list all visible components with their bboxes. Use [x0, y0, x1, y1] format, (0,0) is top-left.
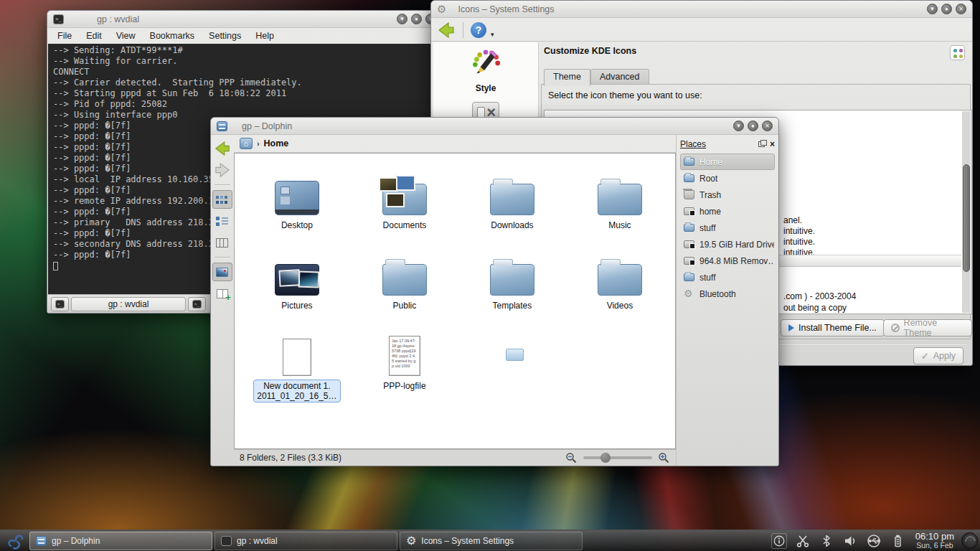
close-button[interactable]: ✕	[956, 4, 966, 14]
home-icon[interactable]: ⌂	[240, 138, 253, 149]
status-bar: 8 Folders, 2 Files (3.3 KiB)	[234, 449, 676, 466]
file-item[interactable]: Jan 17 09:47:18 gp-Aspire-5738 pppd[1946…	[351, 323, 458, 403]
terminal-line: --> Waiting for carrier.	[53, 56, 436, 67]
file-icon	[275, 181, 319, 215]
menu-item[interactable]: Settings	[209, 31, 241, 41]
info-icon[interactable]	[771, 533, 787, 549]
place-label: Bluetooth	[699, 289, 736, 299]
scrollbar-thumb[interactable]	[963, 164, 970, 272]
app-launcher-button[interactable]	[2, 531, 29, 551]
close-button[interactable]: ✕	[762, 121, 773, 131]
minimize-button[interactable]: ▼	[733, 121, 744, 131]
terminal-tab[interactable]: gp : wvdial	[71, 297, 186, 311]
folder-view[interactable]: Desktop Docume	[234, 153, 676, 449]
zoom-in-icon[interactable]	[658, 452, 670, 464]
settings-titlebar[interactable]: ⚙ Icons – System Settings ▼ ● ✕	[431, 1, 972, 18]
minimize-button[interactable]: ▼	[927, 4, 938, 14]
columns-view-button[interactable]	[212, 233, 232, 252]
maximize-button[interactable]: ●	[411, 14, 422, 24]
apply-button[interactable]: ✓ Apply	[913, 347, 963, 364]
terminal-cursor	[53, 262, 58, 270]
split-view-button[interactable]	[212, 284, 232, 303]
place-icon	[684, 288, 694, 299]
bluetooth-icon[interactable]	[819, 533, 834, 549]
terminal-app-icon: >_	[53, 14, 64, 24]
volume-icon[interactable]	[842, 533, 858, 549]
style-icon[interactable]	[469, 48, 502, 81]
scrollbar[interactable]	[962, 111, 971, 313]
chevron-down-icon[interactable]: ▾	[491, 31, 494, 38]
places-item[interactable]: home	[680, 203, 775, 220]
places-item[interactable]: stuff	[680, 220, 775, 236]
forward-button[interactable]	[212, 161, 232, 179]
places-item[interactable]: 19.5 GiB Hard Drive	[680, 236, 775, 253]
file-item[interactable]: Pictures	[243, 242, 351, 323]
breadcrumb-separator: ›	[257, 139, 260, 148]
file-item[interactable]: Public	[351, 242, 458, 323]
file-icon	[598, 184, 642, 215]
klipper-scissors-icon[interactable]	[795, 533, 811, 549]
places-item[interactable]: Home	[680, 154, 775, 170]
menu-item[interactable]: Edit	[86, 31, 102, 41]
tab-list-button[interactable]: >_	[188, 297, 206, 311]
file-item[interactable]: Videos	[566, 242, 674, 323]
place-icon	[684, 174, 694, 182]
clock[interactable]: 06:10 pm Sun, 6 Feb	[915, 532, 954, 550]
places-item[interactable]: stuff	[680, 269, 775, 286]
new-tab-button[interactable]: >_	[51, 297, 69, 311]
breadcrumb-home[interactable]: Home	[264, 138, 289, 149]
details-view-button[interactable]	[212, 212, 232, 230]
battery-icon[interactable]	[890, 533, 905, 549]
menu-item[interactable]: File	[57, 31, 72, 41]
help-icon[interactable]: ?	[471, 22, 486, 38]
preview-button[interactable]	[212, 263, 232, 281]
sidebar-item-style[interactable]: Style	[476, 83, 496, 93]
tab-theme[interactable]: Theme	[544, 69, 590, 86]
theme-list-fragment: intuitive.	[783, 226, 815, 236]
panel-cashew-icon[interactable]	[961, 532, 978, 549]
file-label: Pictures	[278, 299, 316, 312]
file-item[interactable]: Documents	[351, 162, 458, 242]
file-icon	[382, 184, 427, 215]
place-label: Home	[699, 157, 722, 167]
task-button[interactable]: Icons – System Settings	[400, 532, 583, 550]
icons-module-icon	[950, 45, 965, 60]
places-item[interactable]: Root	[680, 170, 775, 187]
dolphin-titlebar[interactable]: gp – Dolphin ▼ ● ✕	[211, 118, 778, 135]
task-icon	[36, 536, 47, 546]
usb-device-icon[interactable]	[866, 533, 882, 549]
maximize-button[interactable]: ●	[941, 4, 952, 14]
places-item[interactable]: Trash	[680, 187, 775, 203]
places-item[interactable]: 964.8 MiB Remov…	[680, 253, 775, 269]
task-button[interactable]: gp : wvdial	[215, 532, 397, 550]
file-item[interactable]: New document 1. 2011_01_20_16_5…	[243, 323, 351, 403]
maximize-button[interactable]: ●	[748, 121, 758, 131]
close-panel-icon[interactable]: ×	[770, 141, 775, 148]
file-item[interactable]: Desktop	[243, 162, 351, 242]
install-theme-button[interactable]: Install Theme File...	[781, 319, 885, 336]
menu-item[interactable]: Help	[255, 31, 274, 41]
zoom-out-icon[interactable]	[565, 452, 578, 464]
terminal-titlebar[interactable]: >_ gp : wvdial ▼ ● ✕	[47, 11, 442, 28]
tab-advanced[interactable]: Advanced	[590, 69, 649, 85]
back-icon[interactable]	[437, 22, 456, 39]
task-button[interactable]: gp – Dolphin	[29, 532, 212, 550]
place-label: Trash	[699, 190, 721, 200]
menu-item[interactable]: Bookmarks	[150, 31, 195, 41]
detach-panel-icon[interactable]	[758, 141, 765, 147]
task-icon	[406, 535, 416, 547]
file-item[interactable]: Templates	[458, 242, 566, 323]
divider	[215, 257, 230, 258]
remove-theme-button[interactable]: Remove Theme	[883, 319, 972, 336]
file-icon	[283, 339, 311, 376]
minimize-button[interactable]: ▼	[397, 14, 407, 24]
file-item[interactable]: Downloads	[458, 162, 566, 242]
places-item[interactable]: Bluetooth	[680, 286, 775, 302]
zoom-slider-handle[interactable]	[600, 453, 611, 463]
back-button[interactable]	[212, 139, 232, 158]
icons-view-button[interactable]	[212, 190, 232, 209]
zoom-slider[interactable]	[583, 456, 652, 459]
place-label: home	[699, 207, 721, 217]
menu-item[interactable]: View	[116, 31, 136, 41]
file-item[interactable]: Music	[566, 162, 674, 242]
